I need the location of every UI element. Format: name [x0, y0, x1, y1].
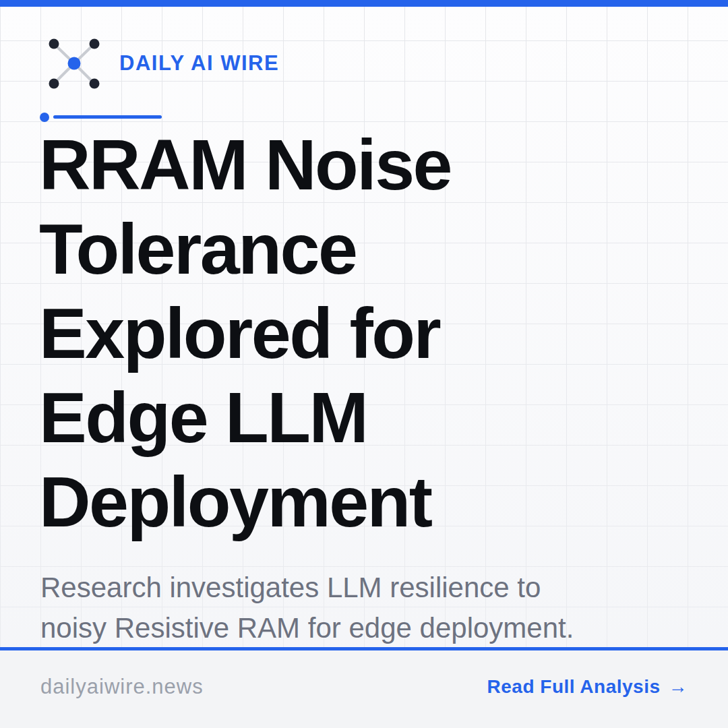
headline-line: Tolerance	[39, 207, 700, 291]
accent-dot	[40, 113, 49, 122]
top-accent-bar	[0, 0, 728, 7]
headline-line: Deployment	[39, 460, 700, 544]
headline-line: RRAM Noise	[39, 123, 700, 207]
headline: RRAM Noise Tolerance Explored for Edge L…	[39, 123, 700, 544]
accent-rule	[53, 115, 162, 119]
subtitle: Research investigates LLM resilience to …	[40, 568, 688, 648]
subtitle-line: Research investigates LLM resilience to	[40, 568, 688, 608]
headline-line: Edge LLM	[39, 375, 700, 460]
arrow-right-icon: →	[669, 676, 688, 698]
brand-wordmark: DAILY AI WIRE	[119, 51, 279, 75]
news-card: DAILY AI WIRE RRAM Noise Tolerance Explo…	[0, 0, 728, 728]
footer: dailyaiwire.news Read Full Analysis →	[0, 650, 728, 728]
site-url: dailyaiwire.news	[40, 675, 204, 699]
subtitle-line: noisy Resistive RAM for edge deployment.	[40, 608, 688, 648]
headline-line: Explored for	[39, 291, 700, 375]
read-full-analysis-link[interactable]: Read Full Analysis →	[487, 676, 688, 698]
main-grid-area: DAILY AI WIRE RRAM Noise Tolerance Explo…	[0, 7, 728, 647]
network-nodes-icon	[49, 38, 100, 89]
cta-label: Read Full Analysis	[487, 676, 661, 698]
